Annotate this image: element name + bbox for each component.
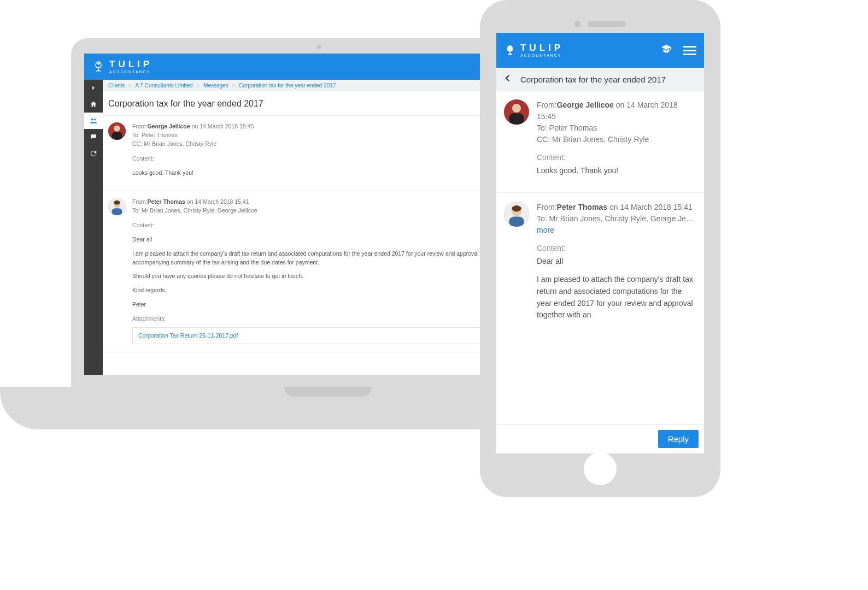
on-label: on bbox=[187, 198, 193, 205]
mobile-footer: Reply bbox=[496, 424, 704, 453]
brand-logo[interactable]: TULIP ACCOUNTANCY bbox=[504, 43, 564, 57]
message-to: Peter Thomas bbox=[549, 123, 597, 132]
message-paragraph: I am pleased to attach the company's dra… bbox=[537, 274, 696, 321]
tulip-icon bbox=[92, 60, 105, 73]
phone-device: TULIP ACCOUNTANCY Corporation tax for th… bbox=[480, 0, 720, 497]
sidebar-collapse[interactable] bbox=[84, 80, 103, 96]
breadcrumb-messages[interactable]: Messages bbox=[203, 82, 228, 88]
message-from-name: Peter Thomas bbox=[147, 198, 185, 205]
breadcrumb-thread[interactable]: Corporation tax for the year ended 2017 bbox=[239, 82, 336, 88]
home-icon bbox=[90, 101, 97, 108]
svg-rect-8 bbox=[509, 113, 524, 125]
to-label: To: bbox=[132, 132, 140, 138]
tulip-icon bbox=[504, 44, 516, 56]
to-label: To: bbox=[537, 214, 547, 223]
message-text: Dear all I am pleased to attach the comp… bbox=[537, 256, 696, 321]
chat-icon bbox=[90, 133, 97, 141]
svg-rect-11 bbox=[509, 216, 524, 226]
phone-camera bbox=[574, 21, 581, 27]
page-title: Corporation tax for the year ended 2017 bbox=[520, 75, 666, 84]
message-to: Mr Brian Jones, Christy Ryle, George Jel… bbox=[142, 207, 257, 214]
phone-earpiece bbox=[588, 21, 626, 27]
avatar bbox=[504, 202, 529, 227]
cc-label: CC: bbox=[537, 135, 550, 144]
from-label: From: bbox=[537, 101, 557, 109]
expand-more-link[interactable]: more bbox=[537, 226, 554, 234]
laptop-notch bbox=[284, 387, 372, 397]
svg-point-1 bbox=[114, 126, 120, 132]
laptop-camera bbox=[317, 45, 321, 49]
users-icon bbox=[90, 117, 97, 125]
avatar bbox=[108, 122, 126, 140]
message-to: Mr Brian Jones, Christy Ryle, George Je… bbox=[549, 214, 694, 223]
breadcrumb-separator: > bbox=[232, 82, 235, 88]
breadcrumb-client-name[interactable]: A T Consultants Limited bbox=[135, 82, 192, 88]
sidebar-nav bbox=[84, 80, 103, 375]
brand-logo[interactable]: TULIP ACCOUNTANCY bbox=[92, 60, 153, 74]
mobile-scroll[interactable]: From:George Jellicoe on 14 March 2018 15… bbox=[496, 91, 704, 424]
to-label: To: bbox=[537, 123, 547, 132]
content-label: Content: bbox=[537, 153, 696, 162]
message-from-name: George Jellicoe bbox=[557, 101, 614, 109]
from-label: From: bbox=[132, 198, 147, 205]
graduation-icon[interactable] bbox=[660, 43, 672, 57]
on-label: on bbox=[609, 203, 618, 211]
svg-rect-2 bbox=[112, 132, 122, 140]
to-label: To: bbox=[132, 207, 140, 214]
phone-speaker bbox=[574, 21, 626, 27]
message-cc: Mr Brian Jones, Christy Ryle bbox=[552, 135, 649, 144]
message-to-line: To: Peter Thomas bbox=[537, 122, 696, 134]
brand-name: TULIP bbox=[109, 60, 153, 69]
breadcrumb-clients[interactable]: Clients bbox=[108, 82, 125, 88]
sidebar-item-clients[interactable] bbox=[84, 113, 103, 129]
chevron-right-icon bbox=[90, 84, 97, 92]
back-button[interactable] bbox=[503, 73, 513, 85]
message-from-name: George Jellicoe bbox=[147, 123, 190, 129]
attachment-link[interactable]: Corporation Tax Return 25-11-2017.pdf bbox=[138, 332, 238, 339]
sidebar-item-messages[interactable] bbox=[84, 129, 103, 145]
message-body: From:George Jellicoe on 14 March 2018 15… bbox=[537, 99, 696, 184]
message-from-line: From:Peter Thomas on 14 March 2018 15:41 bbox=[537, 202, 696, 213]
brand-name: TULIP bbox=[520, 43, 564, 52]
message-item: From:George Jellicoe on 14 March 2018 15… bbox=[496, 91, 704, 192]
brand-subtitle: ACCOUNTANCY bbox=[520, 54, 564, 57]
breadcrumb-separator: > bbox=[128, 82, 132, 88]
mobile-header: TULIP ACCOUNTANCY bbox=[496, 33, 704, 68]
message-sent: 14 March 2018 15:41 bbox=[195, 198, 249, 205]
cc-label: CC: bbox=[132, 140, 142, 147]
message-from-line: From:George Jellicoe on 14 March 2018 15… bbox=[537, 99, 696, 122]
from-label: From: bbox=[537, 203, 557, 211]
svg-rect-5 bbox=[112, 208, 122, 215]
mobile-titlebar: Corporation tax for the year ended 2017 bbox=[496, 68, 704, 91]
svg-point-7 bbox=[512, 104, 521, 113]
content-label: Content: bbox=[537, 244, 696, 252]
message-sent: 14 March 2018 15:45 bbox=[200, 123, 254, 129]
phone-screen: TULIP ACCOUNTANCY Corporation tax for th… bbox=[496, 33, 704, 453]
chevron-left-icon bbox=[503, 73, 513, 83]
message-body: From:Peter Thomas on 14 March 2018 15:41… bbox=[537, 202, 696, 328]
message-from-name: Peter Thomas bbox=[557, 203, 608, 211]
message-cc-line: CC: Mr Brian Jones, Christy Ryle bbox=[537, 134, 696, 145]
reply-button[interactable]: Reply bbox=[658, 430, 699, 448]
on-label: on bbox=[616, 101, 625, 109]
message-to: Peter Thomas bbox=[142, 132, 178, 138]
message-paragraph: Looks good. Thank you! bbox=[537, 165, 696, 177]
phone-home-button[interactable] bbox=[584, 452, 617, 485]
avatar bbox=[108, 198, 126, 215]
from-label: From: bbox=[132, 123, 147, 129]
sidebar-item-refresh[interactable] bbox=[84, 145, 103, 162]
on-label: on bbox=[192, 123, 198, 129]
sidebar-item-home[interactable] bbox=[84, 96, 103, 113]
message-text: Looks good. Thank you! bbox=[537, 165, 696, 177]
message-paragraph: Dear all bbox=[537, 256, 696, 268]
menu-button[interactable] bbox=[683, 44, 696, 57]
message-to-line: To: Mr Brian Jones, Christy Ryle, George… bbox=[537, 213, 696, 225]
avatar bbox=[504, 99, 529, 125]
message-item: From:Peter Thomas on 14 March 2018 15:41… bbox=[496, 192, 704, 337]
breadcrumb-separator: > bbox=[196, 82, 200, 88]
brand-subtitle: ACCOUNTANCY bbox=[109, 70, 153, 74]
message-sent: 14 March 2018 15:41 bbox=[620, 203, 693, 211]
message-cc: Mr Brian Jones, Christy Ryle bbox=[144, 140, 216, 147]
refresh-icon bbox=[90, 150, 97, 157]
